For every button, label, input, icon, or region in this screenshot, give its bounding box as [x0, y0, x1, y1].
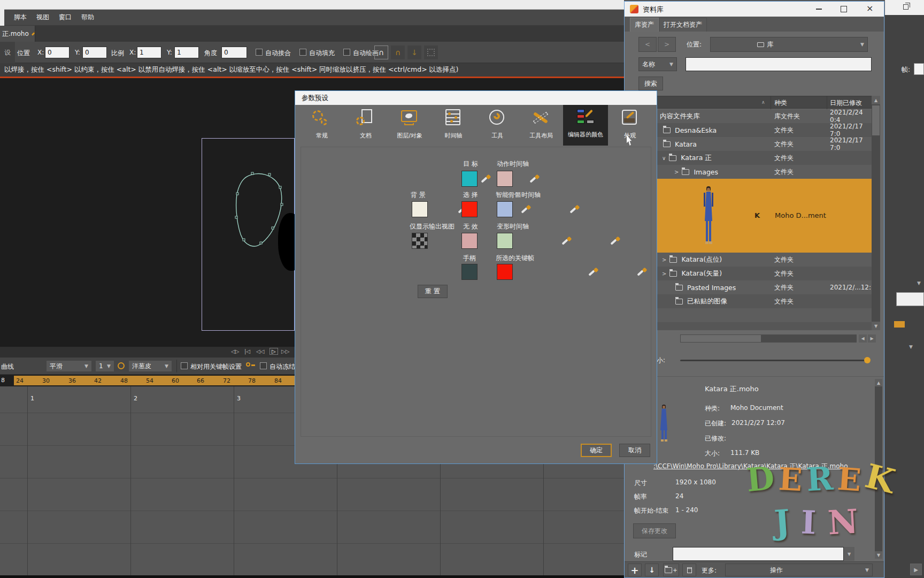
scale-y-input[interactable]: 1: [174, 47, 199, 58]
tags-combo-input[interactable]: [673, 547, 844, 561]
list-item-folder[interactable]: Pasted Images 文件夹 2021/2/...12:1: [625, 280, 872, 294]
onion-skin-icon[interactable]: [118, 362, 125, 369]
scale-x-input[interactable]: 1: [137, 47, 161, 58]
list-item-selected-document[interactable]: K Moho D...ment: [625, 179, 872, 253]
doc-tab[interactable]: 正.moho: [0, 26, 35, 42]
white-field[interactable]: [896, 292, 924, 306]
scroll-up-button[interactable]: ▲: [875, 379, 882, 386]
nav-back-button[interactable]: <: [638, 37, 657, 52]
dialog-title-bar[interactable]: 参数预设: [295, 91, 657, 105]
list-item-folder[interactable]: Katara 文件夹 2021/2/17 7:0: [625, 137, 872, 151]
eyedropper-icon[interactable]: [636, 267, 647, 278]
chevron-collapsed-icon[interactable]: >: [662, 257, 666, 263]
scatter-tool-button[interactable]: [424, 45, 438, 59]
list-item-folder[interactable]: 已粘贴的图像 文件夹: [625, 294, 872, 308]
auto-freeze-checkbox[interactable]: [260, 362, 267, 369]
handle-swatch[interactable]: [461, 264, 478, 280]
relative-keyframe-checkbox[interactable]: [181, 362, 188, 369]
jump-start-button[interactable]: |◁: [244, 348, 250, 354]
chevron-collapsed-icon[interactable]: >: [662, 271, 666, 277]
add-asset-button[interactable]: +: [628, 564, 642, 576]
background-swatch[interactable]: [412, 201, 428, 217]
selected-key-swatch[interactable]: [497, 264, 513, 280]
drop-point-tool-button[interactable]: ↓: [407, 45, 421, 59]
list-item-folder[interactable]: > Katara(矢量) 文件夹: [625, 267, 872, 280]
arch-lock-tool-button[interactable]: ∩: [391, 45, 405, 59]
arch-tool-button[interactable]: ∩: [374, 45, 388, 59]
menu-script[interactable]: 脚本: [14, 13, 27, 22]
nav-forward-button[interactable]: >: [658, 37, 676, 52]
tab-appearance[interactable]: 外观: [608, 106, 652, 144]
eyedropper-icon[interactable]: [561, 236, 572, 247]
step-dropdown[interactable]: 1▼: [95, 360, 114, 372]
tab-tool-layout[interactable]: 工具布局: [519, 106, 563, 144]
close-button[interactable]: ×: [866, 3, 873, 13]
save-changes-button[interactable]: 保存更改: [633, 523, 676, 538]
tab-editor-colors-selected[interactable]: 编辑器的颜色: [563, 105, 608, 146]
loop-button[interactable]: ◁▷: [231, 348, 239, 354]
tags-combo-dropdown-button[interactable]: ▼: [844, 547, 854, 561]
scroll-right-button[interactable]: ▶: [910, 564, 922, 575]
invalid-swatch[interactable]: [461, 233, 478, 249]
eyedropper-icon[interactable]: [610, 236, 620, 247]
ok-button[interactable]: 确定: [581, 444, 612, 457]
scroll-thumb[interactable]: [872, 105, 880, 135]
tab-layers-objects[interactable]: 图层/对象: [388, 106, 432, 144]
list-item-folder[interactable]: Desna&Eska 文件夹 2021/2/17 7:0: [625, 123, 872, 137]
cancel-button[interactable]: 取消: [619, 444, 650, 457]
search-button[interactable]: 搜索: [638, 77, 663, 90]
play-button[interactable]: ▷: [270, 348, 278, 355]
list-item-folder[interactable]: > Katara(点位) 文件夹: [625, 253, 872, 267]
tab-tools[interactable]: 工具: [475, 106, 519, 144]
search-input[interactable]: [686, 57, 872, 71]
eyedropper-icon[interactable]: [529, 174, 540, 185]
h-scroll-thumb[interactable]: [681, 335, 761, 342]
scroll-down-button[interactable]: ▼: [872, 322, 880, 330]
smartbone-timeline-swatch[interactable]: [497, 201, 513, 217]
list-item-folder[interactable]: > Images 文件夹: [625, 165, 872, 179]
scroll-up-button[interactable]: ▲: [872, 96, 880, 104]
tab-library-assets[interactable]: 库资产: [630, 18, 659, 32]
next-frame-button[interactable]: ▷▷: [281, 348, 289, 354]
list-item-root[interactable]: 内容文件夹库 库文件夹 2021/2/24 0:4: [625, 109, 872, 123]
smoothing-dropdown[interactable]: 平滑▼: [46, 360, 92, 372]
eyedropper-icon[interactable]: [569, 204, 580, 215]
eyedropper-icon[interactable]: [520, 204, 531, 215]
onion-skin-dropdown[interactable]: 洋葱皮▼: [128, 360, 172, 372]
tab-open-document-assets[interactable]: 打开文档资产: [659, 18, 707, 32]
menu-view[interactable]: 视图: [36, 13, 49, 22]
chevron-expanded-icon[interactable]: ∨: [662, 155, 666, 161]
prev-frame-button[interactable]: ◁◁: [256, 348, 264, 354]
auto-stroke-checkbox[interactable]: [343, 49, 350, 56]
chevron-down-icon[interactable]: ▼: [909, 344, 913, 349]
tab-document[interactable]: 文档: [344, 106, 388, 144]
pos-x-input[interactable]: 0: [45, 47, 70, 58]
column-kind[interactable]: 种类: [774, 98, 787, 108]
tab-timeline[interactable]: 时间轴: [432, 106, 475, 144]
column-date[interactable]: 日期已修改: [830, 98, 862, 108]
size-slider-track[interactable]: [680, 360, 871, 361]
list-h-scrollbar[interactable]: [680, 334, 857, 343]
size-slider-knob[interactable]: [864, 357, 871, 363]
h-scroll-right-button[interactable]: ▶: [868, 334, 876, 343]
scroll-down-button[interactable]: ▼: [875, 551, 882, 559]
chevron-collapsed-icon[interactable]: >: [674, 169, 679, 175]
library-title-bar[interactable]: 资料库 ×: [625, 2, 884, 17]
delete-button[interactable]: [682, 564, 696, 576]
minimize-button[interactable]: [816, 9, 822, 10]
download-asset-button[interactable]: ↓: [645, 564, 659, 576]
name-filter-dropdown[interactable]: 名称▼: [638, 57, 677, 71]
location-dropdown[interactable]: 库 ▼: [710, 37, 868, 52]
morph-timeline-swatch[interactable]: [497, 233, 513, 249]
select-swatch[interactable]: [461, 201, 478, 217]
list-scrollbar[interactable]: ▲ ▼: [872, 96, 880, 330]
menu-help[interactable]: 帮助: [81, 13, 94, 22]
chevron-down-icon[interactable]: ▼: [917, 280, 921, 286]
list-item-folder-expanded[interactable]: ∨ Katara 正 文件夹: [625, 151, 872, 165]
list-header[interactable]: ∧ 种类 日期已修改: [625, 96, 872, 109]
maximize-button[interactable]: [841, 6, 847, 12]
menu-window[interactable]: 窗口: [59, 13, 72, 22]
angle-input[interactable]: 0: [221, 47, 247, 58]
auto-weld-checkbox[interactable]: [256, 49, 263, 56]
target-swatch[interactable]: [461, 171, 478, 187]
